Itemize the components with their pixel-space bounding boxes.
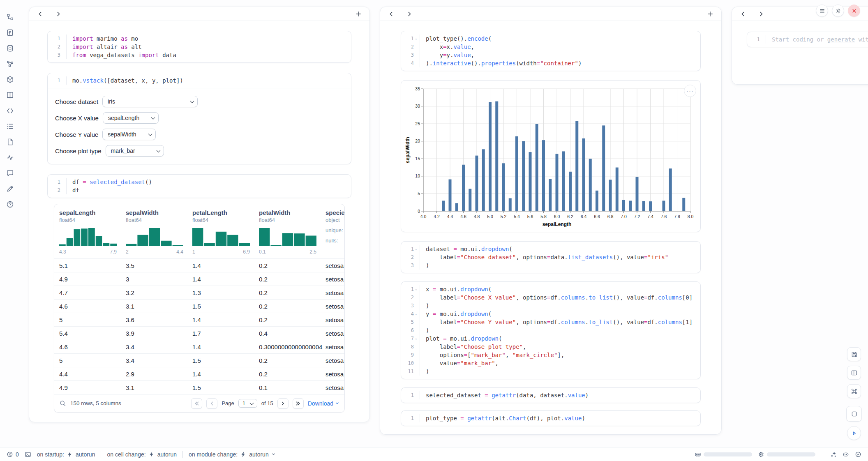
table-row[interactable]: 53.61.40.2setosa [54,313,344,326]
command-palette-icon[interactable] [847,384,861,398]
sidebar-item-annotations[interactable] [5,184,14,193]
fold-chevron-icon[interactable]: ⌄ [414,35,418,43]
last-page-icon[interactable] [293,398,304,409]
table-row[interactable]: 4.63.11.50.2setosa [54,299,344,313]
save-icon[interactable] [847,347,861,361]
run-play-icon[interactable] [847,426,861,440]
svg-text:sepalWidth: sepalWidth [405,137,411,163]
fold-chevron-icon[interactable]: ⌄ [414,285,418,293]
terminal-icon[interactable] [25,451,31,458]
svg-text:4.0: 4.0 [420,214,427,219]
prev-page-icon[interactable] [206,398,217,409]
shutdown-close-icon[interactable] [848,5,860,17]
column-histogram [59,227,117,246]
minimap-icon[interactable] [846,406,862,422]
lightning-icon [240,451,247,458]
code-cell-vstack[interactable]: 1mo.vstack([dataset, x, y, plot]) Choose… [47,73,351,164]
scroll-left-icon[interactable] [388,10,395,18]
panel-layout-icon[interactable] [847,366,861,380]
svg-text:10: 10 [415,173,420,178]
svg-text:5: 5 [418,191,420,196]
table-column-header[interactable]: speciesobjectunique:nulls: [321,209,344,258]
annotations-icon [6,185,14,193]
first-page-icon[interactable] [191,398,202,409]
code-cell-xy-plot-dropdowns[interactable]: 1⌄x = mo.ui.dropdown(2 label="Choose X v… [401,281,701,379]
sidebar-item-snippets[interactable] [5,106,14,115]
dropdown-label: Choose Y value [55,131,98,138]
chart-options-icon[interactable]: ··· [684,85,696,97]
code-cell-imports[interactable]: 1import marimo as mo2import altair as al… [47,31,351,63]
on-cell-change-toggle[interactable]: on cell change: autorun [107,451,177,458]
right-column-panel: 1Start coding or generate with [732,7,868,85]
table-column-header[interactable]: petalLengthfloat6416.9 [187,209,254,258]
sidebar-item-documentation[interactable] [5,90,14,99]
sidebar-item-help[interactable] [5,200,14,209]
helper-sidebar [0,0,20,447]
fold-chevron-icon[interactable]: ⌄ [414,334,418,343]
on-cell-change-value: autorun [157,451,177,458]
on-startup-toggle[interactable]: on startup: autorun [37,451,95,458]
vstack-output: Choose datasetirisChoose X valuesepalLen… [48,88,351,164]
scroll-left-icon[interactable] [739,10,747,18]
table-row[interactable]: 53.41.50.2setosa [54,353,344,367]
code-line: 1mo.vstack([dataset, x, y, plot]) [48,76,351,85]
code-cell-df[interactable]: 1df = selected_dataset()2df [47,174,351,198]
error-count-indicator[interactable]: 0 [7,451,19,458]
table-column-header[interactable]: sepalLengthfloat644.37.9 [54,209,121,258]
sidebar-item-chat[interactable] [5,168,14,177]
packages-icon [6,76,14,83]
table-cell: 0.2 [254,357,321,364]
table-row[interactable]: 4.93.11.50.1setosa [54,380,344,394]
sidebar-item-functions[interactable] [5,28,14,37]
dropdown-select-choose-y-value[interactable]: sepalWidth [102,129,156,140]
next-page-icon[interactable] [277,398,289,409]
code-cell-dataset-dropdown[interactable]: 1⌄dataset = mo.ui.dropdown(2 label="Choo… [401,241,701,273]
page-number-select[interactable]: 1 [238,399,257,408]
sidebar-item-packages[interactable] [5,75,14,84]
functions-icon [6,29,14,37]
settings-gear-icon[interactable] [832,5,844,17]
scroll-right-icon[interactable] [757,10,765,18]
connection-status-icon[interactable] [855,451,861,458]
fold-chevron-icon[interactable]: ⌄ [414,245,418,253]
add-cell-icon[interactable] [706,10,714,18]
table-row[interactable]: 4.73.21.30.2setosa [54,286,344,299]
sidebar-item-logs[interactable] [5,122,14,131]
table-column-header[interactable]: sepalWidthfloat6424.4 [121,209,187,258]
scroll-right-icon[interactable] [406,10,413,18]
table-cell: setosa [321,262,344,269]
code-cell-selected-dataset[interactable]: 1selected_dataset = getattr(data, datase… [401,387,701,403]
add-cell-icon[interactable] [355,10,362,18]
dropdown-select-choose-plot-type[interactable]: mark_bar [106,145,164,157]
sidebar-item-tracing[interactable] [5,153,14,162]
dropdown-select-choose-x-value[interactable]: sepalLength [103,112,159,124]
scroll-right-icon[interactable] [55,10,62,18]
on-module-change-toggle[interactable]: on module change: autorun [189,451,276,458]
table-column-header[interactable]: petalWidthfloat640.12.5 [254,209,321,258]
sidebar-item-dependencies[interactable] [5,59,14,68]
table-row[interactable]: 5.43.91.70.4setosa [54,326,344,340]
download-button[interactable]: Download [308,400,339,407]
copilot-icon[interactable] [843,451,849,458]
table-row[interactable]: 4.63.41.40.30000000000000004setosa [54,340,344,353]
logs-icon [6,122,14,130]
code-cell-encode[interactable]: 1⌄plot_type().encode(2 x=x.value,3 y=y.v… [401,31,701,71]
code-line: 1⌄dataset = mo.ui.dropdown( [401,245,700,253]
table-row[interactable]: 4.42.91.40.2setosa [54,367,344,380]
sidebar-item-file-explorer[interactable] [5,12,14,21]
ai-sparkle-icon[interactable] [830,451,837,458]
table-row[interactable]: 5.13.51.40.2setosa [54,258,344,272]
menu-icon[interactable] [816,5,828,17]
search-icon[interactable] [59,400,66,407]
sidebar-item-scratchpad[interactable] [5,137,14,146]
sidebar-item-datasets[interactable] [5,44,14,53]
dropdown-select-choose-dataset[interactable]: iris [102,96,198,107]
scroll-left-icon[interactable] [37,10,44,18]
page-count-label: of 15 [261,400,273,406]
fold-chevron-icon[interactable]: ⌄ [414,310,418,318]
scratchpad-icon [6,138,14,146]
table-cell: setosa [321,357,344,364]
empty-code-cell[interactable]: 1Start coding or generate with [747,32,868,47]
code-cell-plot-type[interactable]: 1plot_type = getattr(alt.Chart(df), plot… [401,410,701,426]
table-row[interactable]: 4.931.40.2setosa [54,272,344,286]
